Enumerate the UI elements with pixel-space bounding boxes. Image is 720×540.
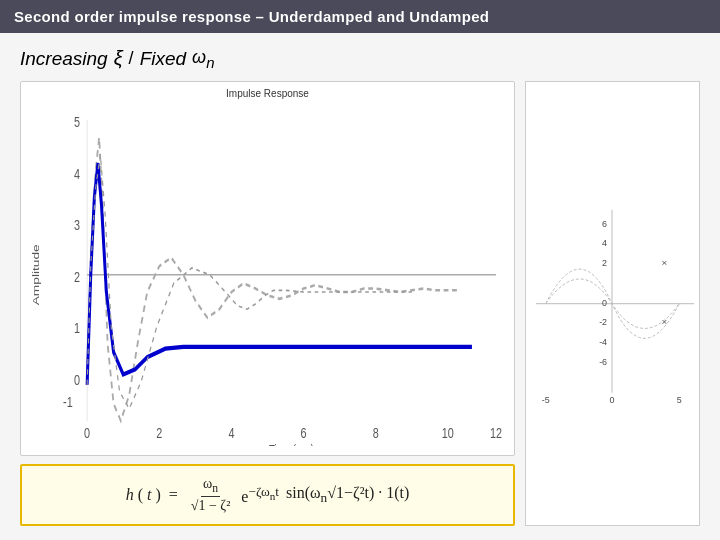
svg-text:6: 6 bbox=[602, 218, 607, 228]
svg-text:4: 4 bbox=[74, 164, 80, 181]
svg-text:-5: -5 bbox=[542, 394, 550, 404]
svg-text:0: 0 bbox=[74, 370, 80, 387]
svg-text:Time (sec): Time (sec) bbox=[269, 442, 314, 446]
svg-text:12: 12 bbox=[490, 424, 502, 441]
subtitle-row: Increasing ξ / Fixed ωn bbox=[20, 47, 700, 71]
right-panel: 6 4 2 0 -2 -4 -6 -5 0 5 × × bbox=[525, 81, 700, 526]
header-bar: Second order impulse response – Underdam… bbox=[0, 0, 720, 33]
svg-text:-1: -1 bbox=[63, 393, 73, 410]
zeta-symbol: ξ bbox=[114, 47, 123, 70]
small-plot-svg: 6 4 2 0 -2 -4 -6 -5 0 5 × × bbox=[526, 82, 699, 525]
svg-text:0: 0 bbox=[602, 297, 607, 307]
main-area: Impulse Response 5 4 3 2 1 0 bbox=[20, 81, 700, 526]
svg-text:-6: -6 bbox=[599, 357, 607, 367]
omega-symbol: ωn bbox=[192, 47, 214, 71]
svg-text:2: 2 bbox=[602, 258, 607, 268]
svg-text:4: 4 bbox=[228, 424, 234, 441]
slash-label: / bbox=[129, 48, 134, 69]
svg-text:1: 1 bbox=[74, 319, 80, 336]
formula-content: h ( t ) = ωn √1 − ζ² e−ζωnt sin(ωn√1−ζ²t… bbox=[126, 476, 410, 514]
svg-text:-4: -4 bbox=[599, 337, 607, 347]
formula-box: h ( t ) = ωn √1 − ζ² e−ζωnt sin(ωn√1−ζ²t… bbox=[20, 464, 515, 526]
fixed-label: Fixed bbox=[140, 48, 186, 70]
main-plot-title: Impulse Response bbox=[27, 88, 508, 99]
svg-text:2: 2 bbox=[156, 424, 162, 441]
svg-text:Amplitude: Amplitude bbox=[30, 243, 41, 305]
svg-text:6: 6 bbox=[301, 424, 307, 441]
main-plot: Impulse Response 5 4 3 2 1 0 bbox=[20, 81, 515, 457]
page: Second order impulse response – Underdam… bbox=[0, 0, 720, 540]
content-area: Increasing ξ / Fixed ωn Impulse Response bbox=[0, 33, 720, 540]
formula-fraction: ωn √1 − ζ² bbox=[189, 476, 233, 514]
svg-text:5: 5 bbox=[677, 394, 682, 404]
main-plot-svg: 5 4 3 2 1 0 -1 0 2 4 6 8 10 12 bbox=[27, 103, 508, 447]
increasing-label: Increasing bbox=[20, 48, 108, 70]
svg-text:0: 0 bbox=[610, 394, 615, 404]
svg-text:2: 2 bbox=[74, 267, 80, 284]
svg-text:-2: -2 bbox=[599, 317, 607, 327]
header-title: Second order impulse response – Underdam… bbox=[14, 8, 489, 25]
svg-text:5: 5 bbox=[74, 113, 80, 130]
small-plot: 6 4 2 0 -2 -4 -6 -5 0 5 × × bbox=[525, 81, 700, 526]
svg-text:8: 8 bbox=[373, 424, 379, 441]
svg-text:0: 0 bbox=[84, 424, 90, 441]
svg-text:10: 10 bbox=[442, 424, 454, 441]
svg-text:×: × bbox=[662, 257, 668, 268]
svg-text:3: 3 bbox=[74, 216, 80, 233]
left-panel: Impulse Response 5 4 3 2 1 0 bbox=[20, 81, 515, 526]
svg-text:4: 4 bbox=[602, 238, 607, 248]
